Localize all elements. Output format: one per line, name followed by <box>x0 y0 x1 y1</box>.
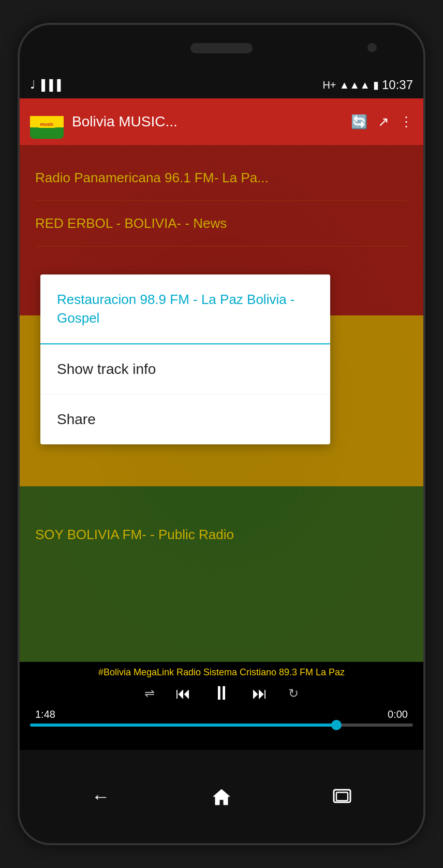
progress-bar[interactable] <box>30 724 413 727</box>
music-icon: ♩ <box>30 78 35 92</box>
speaker-grille <box>190 43 253 53</box>
now-playing-text: #Bolivia MegaLink Radio Sistema Cristian… <box>30 667 413 678</box>
progress-thumb <box>331 720 342 730</box>
home-icon <box>211 787 232 806</box>
status-right: H+ ▲▲▲ ▮ 10:37 <box>322 78 413 92</box>
phone-top <box>20 25 423 71</box>
network-type: H+ <box>322 79 336 91</box>
time-elapsed: 1:48 <box>35 708 55 720</box>
refresh-button[interactable]: 🔄 <box>351 114 367 130</box>
player-controls: ⇌ ⏮ ⏸ ⏭ ↻ <box>30 682 413 704</box>
shuffle-button[interactable]: ⇌ <box>144 686 155 701</box>
screen: ♩ ▌▌▌ H+ ▲▲▲ ▮ 10:37 Bolivia music <box>20 71 423 750</box>
app-logo: Bolivia music <box>30 105 64 139</box>
status-bar: ♩ ▌▌▌ H+ ▲▲▲ ▮ 10:37 <box>20 71 423 98</box>
player-time-row: 1:48 0:00 <box>30 708 413 720</box>
home-button[interactable] <box>203 778 240 815</box>
logo-inner: Bolivia music <box>30 105 64 139</box>
content-area: Radio Panamericana 96.1 FM- La Pa... RED… <box>20 145 423 662</box>
status-left: ♩ ▌▌▌ <box>30 78 65 92</box>
repeat-button[interactable]: ↻ <box>288 686 299 701</box>
signal-icon: ▲▲▲ <box>339 79 370 91</box>
bottom-navigation: ← <box>20 750 423 843</box>
app-title: Bolivia MUSIC... <box>72 113 343 130</box>
clock: 10:37 <box>382 78 413 92</box>
recents-button[interactable] <box>324 778 360 815</box>
context-menu-overlay: Restauracion 98.9 FM - La Paz Bolivia - … <box>20 145 423 662</box>
share-button[interactable]: ↗ <box>378 114 389 130</box>
next-button[interactable]: ⏭ <box>252 685 268 702</box>
more-menu-button[interactable]: ⋮ <box>400 114 413 130</box>
time-remaining: 0:00 <box>388 708 408 720</box>
camera <box>367 43 377 52</box>
back-button[interactable]: ← <box>83 778 119 815</box>
status-bars-icon: ▌▌▌ <box>41 79 65 91</box>
app-bar-icons: 🔄 ↗ ⋮ <box>351 114 413 130</box>
share-button[interactable]: Share <box>40 395 330 444</box>
pause-button[interactable]: ⏸ <box>212 682 231 704</box>
player-bar: #Bolivia MegaLink Radio Sistema Cristian… <box>20 662 423 750</box>
svg-rect-2 <box>336 792 348 801</box>
battery-icon: ▮ <box>373 79 379 91</box>
context-menu: Restauracion 98.9 FM - La Paz Bolivia - … <box>40 274 330 444</box>
context-menu-title: Restauracion 98.9 FM - La Paz Bolivia - … <box>40 274 330 344</box>
svg-marker-0 <box>213 789 230 805</box>
prev-button[interactable]: ⏮ <box>175 685 191 702</box>
show-track-info-button[interactable]: Show track info <box>40 344 330 395</box>
progress-fill <box>30 724 336 727</box>
app-bar: Bolivia music Bolivia MUSIC... 🔄 ↗ ⋮ <box>20 98 423 145</box>
recents-icon <box>332 788 352 805</box>
